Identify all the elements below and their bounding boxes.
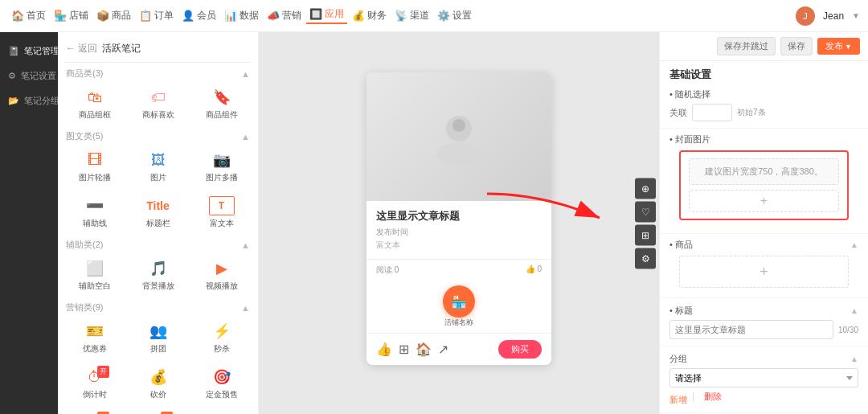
coupon-icon: 🎫 xyxy=(82,322,108,341)
comp-goods-group[interactable]: 🛍 商品组框 xyxy=(64,83,125,125)
forward-icon[interactable]: ↗ xyxy=(438,342,448,357)
type-hint: 初始7条 xyxy=(737,107,766,118)
side-toolbar: ⊕ ♡ ⊞ ⚙ xyxy=(635,178,656,268)
section-aux: 辅助类(2) ▲ ⬜ 辅助空白 🎵 背景播放 ▶ 视频播放 xyxy=(64,239,252,297)
comp-label-rich-text: 富文本 xyxy=(210,218,234,229)
nav-item-store[interactable]: 🏪 店铺 xyxy=(51,9,92,23)
section-collapse-aux[interactable]: ▲ xyxy=(241,240,250,250)
home-bottom-icon[interactable]: 🏠 xyxy=(416,342,432,357)
comp-video[interactable]: ▶ 视频播放 xyxy=(191,254,252,297)
comp-live-broadcast[interactable]: 📺 开 直播日发 xyxy=(128,408,188,414)
random-select-section: • 随机选择 关联 初始7条 xyxy=(660,85,868,129)
comp-multi-image[interactable]: 📷 图片多播 xyxy=(191,146,252,188)
section-title-goods: 商品类(3) xyxy=(66,68,103,80)
nav-item-goods[interactable]: 📦 商品 xyxy=(93,9,134,23)
components-panel: ← 返回 活跃笔记 商品类(3) ▲ 🛍 商品组框 🏷 商标喜欢 xyxy=(58,32,259,414)
section-collapse-goods[interactable]: ▲ xyxy=(241,69,250,79)
publish-button[interactable]: 发布 ▼ xyxy=(817,38,860,55)
type-input[interactable] xyxy=(692,104,732,121)
goods-widget-icon: 🔖 xyxy=(209,88,235,107)
cover-add-button[interactable]: + xyxy=(689,190,839,212)
goods-section: • 商品 ▲ + xyxy=(660,234,868,298)
goods-add-area[interactable]: + xyxy=(679,256,849,288)
goods-section-collapse[interactable]: ▲ xyxy=(850,240,858,249)
nav-item-channel[interactable]: 📡 渠道 xyxy=(391,9,432,23)
comp-image[interactable]: 🖼 图片 xyxy=(128,146,188,188)
save-button[interactable]: 保存 xyxy=(780,37,813,55)
type-label: 关联 xyxy=(669,107,687,119)
nav-label-member: 会员 xyxy=(197,9,216,23)
comp-label-divider: 辅助线 xyxy=(83,218,107,229)
phone-stats-bar: 阅读 0 👍 0 xyxy=(366,259,551,281)
goods-section-label: • 商品 xyxy=(669,239,693,251)
category-collapse[interactable]: ▲ xyxy=(850,355,858,363)
comp-presale[interactable]: 🎯 定金预售 xyxy=(191,363,252,405)
center-preview: 这里显示文章标题 发布时间 富文本 阅读 0 👍 0 🏪 活铺名称 👍 xyxy=(259,32,659,414)
section-title-marketing: 营销类(9) xyxy=(66,301,103,314)
comp-bargain[interactable]: 💰 砍价 xyxy=(128,363,188,405)
like-icon[interactable]: 👍 xyxy=(376,342,392,357)
add-category-link[interactable]: 新增 xyxy=(669,394,687,406)
nav-label-data: 数据 xyxy=(240,9,259,23)
sidebar-item-notes-category[interactable]: 📂 笔记分组 xyxy=(0,88,58,113)
nav-item-order[interactable]: 📋 订单 xyxy=(136,9,177,23)
share-icon[interactable]: ⊞ xyxy=(399,342,409,357)
toolbar-btn-1[interactable]: ⊕ xyxy=(635,178,656,199)
presale-icon: 🎯 xyxy=(209,367,235,387)
nav-label-marketing: 营销 xyxy=(282,9,301,23)
buy-button[interactable]: 购买 xyxy=(498,340,542,359)
toolbar-btn-2[interactable]: ♡ xyxy=(635,201,656,222)
section-collapse-marketing[interactable]: ▲ xyxy=(241,303,250,313)
comp-slideshow[interactable]: 🎞 图片轮播 xyxy=(64,146,125,188)
del-category-link[interactable]: 删除 xyxy=(704,391,722,406)
comp-coupon[interactable]: 🎫 优惠券 xyxy=(64,317,125,359)
group-buy-icon: 👥 xyxy=(145,322,171,341)
comp-goods-widget[interactable]: 🔖 商品组件 xyxy=(191,83,252,125)
nav-item-member[interactable]: 👤 会员 xyxy=(178,9,219,23)
back-button[interactable]: ← 返回 xyxy=(66,42,97,55)
notes-category-icon: 📂 xyxy=(8,96,19,106)
toolbar-btn-4[interactable]: ⚙ xyxy=(635,248,656,268)
sidebar-label-notes-category: 笔记分组 xyxy=(24,95,59,107)
breadcrumb-current: 活跃笔记 xyxy=(102,42,141,55)
random-select-label: • 随机选择 xyxy=(669,88,858,100)
comp-collect-gift[interactable]: 🎁 收藏有礼 xyxy=(191,408,252,414)
nav-item-finance[interactable]: 💰 财务 xyxy=(349,9,390,23)
brand-like-icon: 🏷 xyxy=(145,88,171,107)
store-badge-circle[interactable]: 🏪 xyxy=(443,285,475,318)
category-select[interactable]: 请选择 xyxy=(669,368,858,387)
toolbar-btn-3[interactable]: ⊞ xyxy=(635,224,656,245)
publish-time: 发布时间 xyxy=(376,227,542,238)
nav-item-apps[interactable]: 🔲 应用 xyxy=(306,7,347,24)
settings-nav-icon: ⚙️ xyxy=(437,10,450,22)
tags-label: • 标题 xyxy=(669,305,693,317)
store-icon: 🏪 xyxy=(54,10,67,22)
comp-brand-like[interactable]: 🏷 商标喜欢 xyxy=(128,83,188,125)
comp-countdown[interactable]: ⏱ 开 倒计时 xyxy=(64,363,125,405)
cover-plus-icon: + xyxy=(760,194,768,208)
save-continue-button[interactable]: 保存并跳过 xyxy=(717,37,776,55)
nav-label-goods: 商品 xyxy=(112,9,131,23)
nav-item-settings[interactable]: ⚙️ 设置 xyxy=(434,9,475,23)
right-panel: 保存并跳过 保存 发布 ▼ 基础设置 • 随机选择 关联 初始7条 xyxy=(659,32,868,414)
nav-label-settings: 设置 xyxy=(452,9,472,23)
chevron-down-icon[interactable]: ▼ xyxy=(852,11,860,20)
comp-label-image: 图片 xyxy=(150,172,166,183)
category-section: 分组 ▲ 请选择 新增 | 删除 xyxy=(660,346,868,413)
comp-whitespace[interactable]: ⬜ 辅助空白 xyxy=(64,254,125,297)
comp-rich-text[interactable]: T 富文本 xyxy=(191,191,252,234)
nav-item-marketing[interactable]: 📣 营销 xyxy=(264,9,305,23)
comp-live-video[interactable]: 🔴 开 小视频直播 xyxy=(64,408,125,414)
comp-group-buy[interactable]: 👥 拼团 xyxy=(128,317,188,359)
tags-input[interactable] xyxy=(669,320,833,339)
comp-flash-sale[interactable]: ⚡ 秒杀 xyxy=(191,317,252,359)
comp-bg-play[interactable]: 🎵 背景播放 xyxy=(128,254,188,297)
nav-item-data[interactable]: 📊 数据 xyxy=(221,9,262,23)
nav-item-home[interactable]: 🏠 首页 xyxy=(8,9,49,23)
comp-divider[interactable]: ➖ 辅助线 xyxy=(64,191,125,234)
sidebar-item-notes-manage[interactable]: 📓 笔记管理 xyxy=(0,39,58,64)
comp-title-bar[interactable]: Title 标题栏 xyxy=(128,191,188,234)
section-collapse-media[interactable]: ▲ xyxy=(241,132,250,141)
sidebar-item-notes-settings[interactable]: ⚙ 笔记设置 xyxy=(0,64,58,88)
tags-collapse[interactable]: ▲ xyxy=(850,306,858,315)
